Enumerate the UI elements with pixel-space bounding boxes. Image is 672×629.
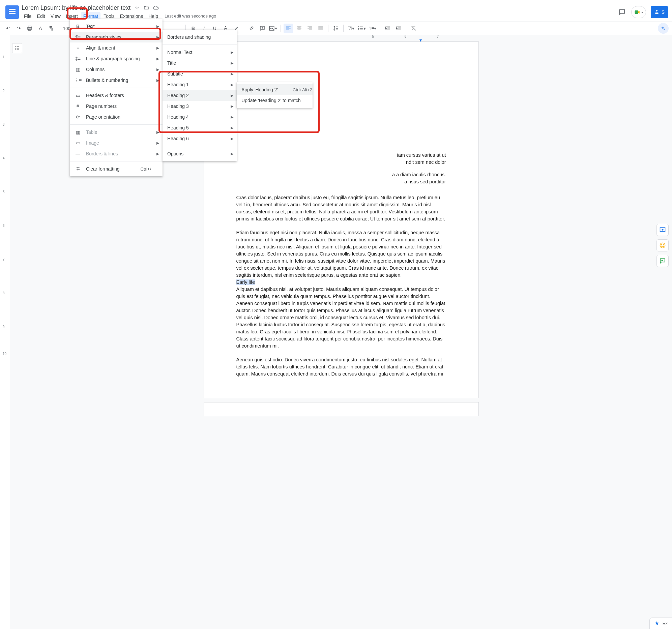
svg-point-9 <box>358 29 359 30</box>
menu-align-indent[interactable]: ≡Align & indent▶ <box>70 43 163 53</box>
menu-headers-footers[interactable]: ▭Headers & footers <box>70 90 163 101</box>
decrease-indent-icon[interactable] <box>383 24 392 33</box>
horizontal-ruler: 5 6 7 ▾ <box>203 35 479 42</box>
line-spacing-icon[interactable] <box>331 24 340 33</box>
menu-heading-6[interactable]: Heading 6▶ <box>163 133 237 144</box>
menu-page-orientation[interactable]: ⟳Page orientation <box>70 112 163 122</box>
svg-rect-11 <box>360 28 363 29</box>
menu-heading-3[interactable]: Heading 3▶ <box>163 101 237 112</box>
menu-apply-heading-2[interactable]: Apply 'Heading 2'Ctrl+Alt+2 <box>237 84 313 95</box>
menu-normal-text[interactable]: Normal Text▶ <box>163 47 237 58</box>
vertical-ruler: 1 2 3 4 5 6 7 8 9 10 <box>0 35 10 629</box>
menu-file[interactable]: File <box>22 12 34 20</box>
menu-edit[interactable]: Edit <box>35 12 48 20</box>
menu-text[interactable]: BText▶ <box>70 21 163 32</box>
clear-formatting-icon[interactable] <box>409 24 418 33</box>
svg-rect-1 <box>655 13 658 14</box>
numbered-list-icon[interactable]: 1≡▾ <box>368 24 377 33</box>
heading-2-submenu: Apply 'Heading 2'Ctrl+Alt+2 Update 'Head… <box>237 82 313 108</box>
menu-image: ▭Image▶ <box>70 138 163 148</box>
selected-text: Early life <box>236 280 255 285</box>
move-folder-icon[interactable] <box>143 5 149 11</box>
document-title[interactable]: Lorem Lpsum: by life as placeholder text <box>22 4 130 11</box>
menu-subtitle[interactable]: Subtitle▶ <box>163 68 237 79</box>
body-text: Aliquam et dapibus nisi, at volutpat jus… <box>236 286 446 349</box>
menu-update-heading-2[interactable]: Update 'Heading 2' to match <box>237 95 313 106</box>
editing-mode-icon[interactable]: ✎ <box>658 23 669 34</box>
menu-heading-5[interactable]: Heading 5▶ <box>163 122 237 133</box>
menu-options[interactable]: Options▶ <box>163 148 237 159</box>
share-label: S <box>662 9 665 15</box>
suggest-edits-icon[interactable] <box>656 255 669 267</box>
align-right-icon[interactable] <box>305 24 315 33</box>
menu-line-spacing[interactable]: ‡≡Line & paragraph spacing▶ <box>70 53 163 64</box>
align-center-icon[interactable] <box>294 24 304 33</box>
svg-rect-12 <box>360 30 363 30</box>
format-menu: BText▶ ¶≡Paragraph styles▶ ≡Align & inde… <box>70 19 163 176</box>
menu-view[interactable]: View <box>48 12 63 20</box>
redo-icon[interactable]: ↷ <box>14 24 24 33</box>
body-text: a a diam iaculis rhoncus. <box>236 171 446 178</box>
svg-rect-5 <box>52 28 53 31</box>
svg-rect-10 <box>360 27 363 27</box>
align-justify-icon[interactable] <box>316 24 326 33</box>
share-button[interactable]: S <box>651 6 668 18</box>
undo-icon[interactable]: ↶ <box>3 24 13 33</box>
docs-logo-icon[interactable] <box>5 5 19 19</box>
menu-page-numbers[interactable]: #Page numbers <box>70 101 163 112</box>
paint-format-icon[interactable] <box>47 24 56 33</box>
menu-paragraph-styles[interactable]: ¶≡Paragraph styles▶ <box>70 32 163 43</box>
add-comment-side-icon[interactable] <box>656 224 669 236</box>
bulleted-list-icon[interactable]: ▾ <box>357 24 366 33</box>
svg-point-7 <box>358 26 359 27</box>
insert-link-icon[interactable] <box>247 24 256 33</box>
comment-history-icon[interactable] <box>618 8 626 17</box>
menu-heading-1[interactable]: Heading 1▶ <box>163 79 237 90</box>
checklist-icon[interactable]: ☑▾ <box>346 24 356 33</box>
body-text: Aenean quis est odio. Donec viverra cond… <box>236 356 446 378</box>
menu-borders-lines: —Borders & lines▶ <box>70 148 163 159</box>
menu-columns[interactable]: ▥Columns▶ <box>70 64 163 75</box>
emoji-reaction-icon[interactable] <box>656 239 669 251</box>
cloud-status-icon[interactable] <box>153 5 159 11</box>
document-page-2[interactable] <box>203 402 479 416</box>
explore-button[interactable]: Ex <box>649 618 672 629</box>
menu-title[interactable]: Title▶ <box>163 58 237 68</box>
menu-heading-4[interactable]: Heading 4▶ <box>163 112 237 122</box>
body-text: iam cursus varius at ut <box>236 152 446 159</box>
add-comment-icon[interactable] <box>258 24 267 33</box>
align-left-icon[interactable] <box>284 24 293 33</box>
meet-button[interactable]: ▾ <box>631 6 646 18</box>
outline-toggle-icon[interactable] <box>12 43 22 53</box>
star-icon[interactable]: ☆ <box>134 5 140 11</box>
menu-bullets[interactable]: ⋮≡Bullets & numbering▶ <box>70 75 163 86</box>
menu-heading-2[interactable]: Heading 2▶ <box>163 90 237 101</box>
print-icon[interactable] <box>25 24 34 33</box>
menu-clear-formatting[interactable]: T̶Clear formattingCtrl+\ <box>70 164 163 174</box>
body-text: Etiam faucibus eget nisi non placerat. N… <box>236 229 446 279</box>
svg-point-16 <box>663 245 664 245</box>
svg-point-15 <box>662 245 662 245</box>
spellcheck-icon[interactable]: A̱ <box>36 24 45 33</box>
body-text: ndit sem nec dolor <box>236 159 446 166</box>
last-edit-link[interactable]: Last edit was seconds ago <box>165 14 216 19</box>
body-text: a risus sed porttitor <box>236 178 446 186</box>
svg-point-8 <box>358 28 359 29</box>
insert-image-icon[interactable]: ▾ <box>268 24 278 33</box>
svg-point-14 <box>660 243 665 248</box>
menu-borders-shading[interactable]: Borders and shading <box>163 32 237 43</box>
svg-rect-0 <box>635 10 638 14</box>
increase-indent-icon[interactable] <box>394 24 403 33</box>
paragraph-styles-menu: Borders and shading Normal Text▶ Title▶ … <box>163 30 237 161</box>
menu-table: ▦Table▶ <box>70 127 163 138</box>
body-text: Cras dolor lacus, placerat dapibus justo… <box>236 194 446 222</box>
